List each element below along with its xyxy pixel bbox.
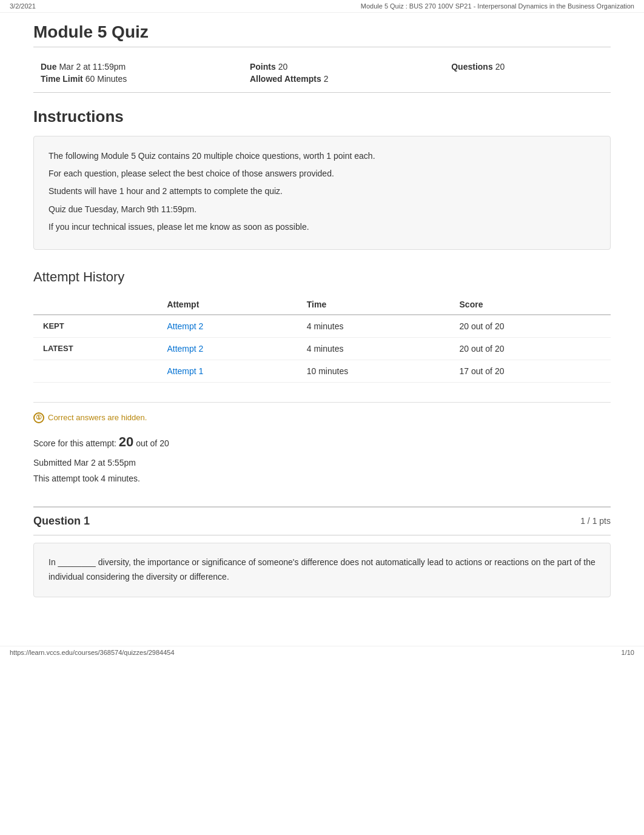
instruction-line-3: Students will have 1 hour and 2 attempts…	[49, 184, 595, 199]
questions-value: 20	[495, 62, 505, 72]
row-time-0: 4 minutes	[297, 315, 450, 338]
question-points-1: 1 / 1 pts	[580, 516, 611, 526]
question-header-1: Question 1 1 / 1 pts	[33, 506, 611, 535]
col-header-label	[33, 295, 157, 315]
meta-time-limit: Time Limit 60 Minutes	[41, 74, 226, 84]
row-time-2: 10 minutes	[297, 360, 450, 382]
question-body-1: In ________ diversity, the importance or…	[33, 543, 611, 597]
score-info: ① Correct answers are hidden. Score for …	[33, 402, 611, 492]
points-label: Points	[250, 62, 276, 72]
col-header-attempt: Attempt	[157, 295, 297, 315]
score-notice-text: Correct answers are hidden.	[48, 413, 147, 422]
table-row: Attempt 1 10 minutes 17 out of 20	[33, 360, 611, 382]
row-score-1: 20 out of 20	[450, 337, 611, 360]
attempt-link-0[interactable]: Attempt 2	[167, 321, 203, 331]
row-score-2: 17 out of 20	[450, 360, 611, 382]
footer-pagination: 1/10	[622, 649, 634, 656]
quiz-title: Module 5 Quiz	[33, 22, 611, 47]
page-content: Module 5 Quiz Due Mar 2 at 11:59pm Point…	[19, 13, 625, 622]
score-submitted: Submitted Mar 2 at 5:55pm	[33, 455, 611, 471]
time-limit-label: Time Limit	[41, 74, 83, 84]
row-attempt-2: Attempt 1	[157, 360, 297, 382]
score-summary: Score for this attempt: 20 out of 20 Sub…	[33, 429, 611, 487]
row-attempt-1: Attempt 2	[157, 337, 297, 360]
question-section-1: Question 1 1 / 1 pts In ________ diversi…	[33, 506, 611, 597]
browser-page-title: Module 5 Quiz : BUS 270 100V SP21 - Inte…	[361, 2, 634, 10]
instruction-line-5: If you incur technical issues, please le…	[49, 220, 595, 235]
attempt-link-1[interactable]: Attempt 2	[167, 344, 203, 354]
col-header-time: Time	[297, 295, 450, 315]
instructions-box: The following Module 5 Quiz contains 20 …	[33, 136, 611, 250]
attempt-link-2[interactable]: Attempt 1	[167, 366, 203, 376]
instruction-line-4: Quiz due Tuesday, March 9th 11:59pm.	[49, 202, 595, 217]
browser-bar: 3/2/2021 Module 5 Quiz : BUS 270 100V SP…	[0, 0, 644, 13]
time-limit-value: 60 Minutes	[86, 74, 127, 84]
row-label-0: KEPT	[33, 315, 157, 338]
score-line: Score for this attempt: 20 out of 20	[33, 429, 611, 455]
meta-allowed-attempts: Allowed Attempts 2	[250, 74, 427, 84]
score-notice: ① Correct answers are hidden.	[33, 412, 611, 423]
attempt-table: Attempt Time Score KEPT Attempt 2 4 minu…	[33, 295, 611, 383]
points-value: 20	[278, 62, 288, 72]
meta-due: Due Mar 2 at 11:59pm	[41, 62, 226, 72]
row-label-2	[33, 360, 157, 382]
score-prefix: Score for this attempt:	[33, 438, 116, 448]
table-row: LATEST Attempt 2 4 minutes 20 out of 20	[33, 337, 611, 360]
meta-points: Points 20	[250, 62, 427, 72]
col-header-score: Score	[450, 295, 611, 315]
meta-questions: Questions 20	[451, 62, 603, 72]
footer-bar: https://learn.vccs.edu/courses/368574/qu…	[0, 646, 644, 659]
browser-date: 3/2/2021	[10, 2, 36, 10]
allowed-attempts-label: Allowed Attempts	[250, 74, 321, 84]
score-suffix: out of 20	[136, 438, 169, 448]
row-time-1: 4 minutes	[297, 337, 450, 360]
instructions-title: Instructions	[33, 107, 611, 126]
attempt-history-title: Attempt History	[33, 269, 611, 285]
info-icon: ①	[33, 412, 44, 423]
table-row: KEPT Attempt 2 4 minutes 20 out of 20	[33, 315, 611, 338]
question-title-1: Question 1	[33, 515, 90, 528]
row-attempt-0: Attempt 2	[157, 315, 297, 338]
due-label: Due	[41, 62, 56, 72]
due-value: Mar 2 at 11:59pm	[59, 62, 126, 72]
instruction-line-1: The following Module 5 Quiz contains 20 …	[49, 149, 595, 164]
footer-url: https://learn.vccs.edu/courses/368574/qu…	[10, 649, 175, 656]
row-label-1: LATEST	[33, 337, 157, 360]
score-number: 20	[119, 434, 133, 449]
row-score-0: 20 out of 20	[450, 315, 611, 338]
instruction-line-2: For each question, please select the bes…	[49, 166, 595, 181]
score-duration: This attempt took 4 minutes.	[33, 471, 611, 487]
quiz-meta: Due Mar 2 at 11:59pm Points 20 Questions…	[33, 56, 611, 93]
allowed-attempts-value: 2	[324, 74, 329, 84]
questions-label: Questions	[451, 62, 492, 72]
